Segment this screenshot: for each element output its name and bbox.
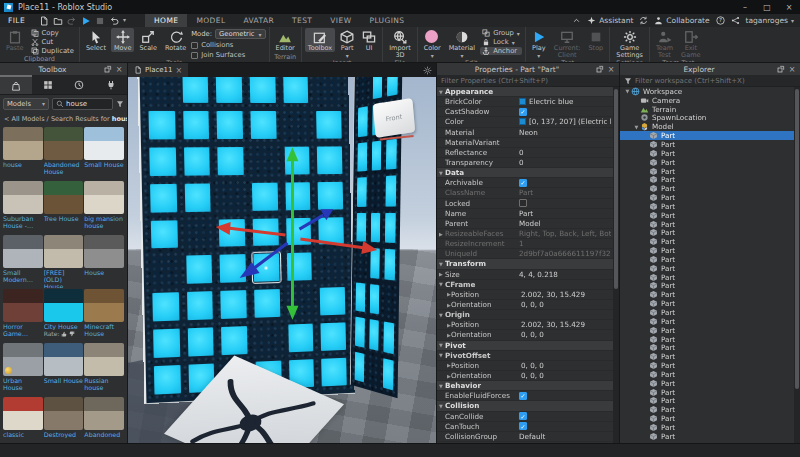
select-tool-button[interactable]: Select [83,28,109,52]
minimize-button[interactable]: – [734,0,756,14]
explorer-item-part[interactable]: Part [620,335,800,344]
sync-icon[interactable] [639,16,648,25]
property-checkbox[interactable]: ✓ [519,392,527,400]
move-tool-button[interactable]: Move [111,28,134,52]
property-row[interactable]: Color[0, 137, 207] (Electric blue) [437,117,619,127]
property-checkbox[interactable]: ✓ [519,412,527,420]
toolbox-float-icon[interactable] [104,65,112,73]
properties-filter[interactable] [437,75,619,87]
explorer-item-part[interactable]: Part [620,326,800,335]
explorer-item-part[interactable]: Part [620,175,800,184]
property-value[interactable]: ✓ [519,422,611,430]
property-value[interactable]: 0 [519,148,611,157]
filter-funnel-icon[interactable] [116,100,124,108]
toolbox-item[interactable]: big mansion house [84,181,124,234]
toolbox-item-rating[interactable]: Rate: [44,330,84,337]
property-row[interactable]: ▶Orientation0, 0, 0 [437,330,619,340]
property-checkbox[interactable]: ✓ [519,108,527,116]
property-row[interactable]: ClassNamePart [437,188,619,198]
explorer-item-part[interactable]: Part [620,290,800,299]
explorer-item-part[interactable]: Part [620,246,800,255]
cut-button[interactable]: Cut [29,38,76,46]
explorer-item-part[interactable]: Part [620,317,800,326]
property-value[interactable]: 0 [519,158,611,167]
explorer-item-camera[interactable]: Camera [620,96,800,105]
property-row[interactable]: ▶ResizeableFacesRight, Top, Back, Left, … [437,229,619,239]
property-row[interactable]: ParentModel [437,219,619,229]
toolbox-item[interactable]: house [3,127,43,180]
thumbs-up-icon[interactable] [61,331,67,337]
property-value[interactable]: Part [519,188,611,197]
property-checkbox[interactable]: ✓ [519,422,527,430]
paste-button[interactable]: Paste [3,28,27,52]
property-value[interactable]: 0, 0, 0 [521,330,611,339]
toolbox-item[interactable]: Minecraft House [84,289,124,342]
property-value[interactable]: 2.002, 30, 15.429 [521,320,611,329]
explorer-item-part[interactable]: Part [620,370,800,379]
place-tab-close-icon[interactable]: × [176,66,183,75]
property-checkbox[interactable]: ✓ [519,179,527,187]
thumbs-down-icon[interactable] [69,331,75,337]
explorer-item-part[interactable]: Part [620,361,800,370]
menu-tab-plugins[interactable]: PLUGINS [360,14,413,27]
property-value[interactable]: 4, 4, 0.218 [519,270,611,279]
explorer-item-part[interactable]: Part [620,388,800,397]
property-value[interactable]: ✓ [519,412,611,420]
property-row[interactable]: ResizeIncrement1 [437,239,619,249]
assistant-button[interactable]: Assistant [587,16,633,25]
help-icon[interactable]: ? [716,16,725,25]
copy-button[interactable]: Copy [29,29,76,37]
color-button[interactable]: Color ▾ [421,28,444,59]
explorer-item-part[interactable]: Part [620,405,800,414]
new-doc-icon[interactable] [39,16,49,26]
stop-button[interactable]: Stop [585,28,606,52]
property-row[interactable]: ▶Size4, 4, 0.218 [437,270,619,280]
property-section-header[interactable]: ▼Data [437,168,619,178]
viewport-canvas[interactable]: Front [128,77,436,443]
property-section-header[interactable]: ▼Collision [437,401,619,411]
property-value[interactable]: Model [519,219,611,228]
explorer-item-part[interactable]: Part [620,229,800,238]
explorer-item-part[interactable]: Part [620,397,800,406]
explorer-item-part[interactable]: Part [620,273,800,282]
explorer-item-part[interactable]: Part [620,282,800,291]
viewport-settings-icon[interactable] [423,66,432,75]
toolbox-item[interactable]: Abandoned [84,397,124,443]
property-value[interactable]: Default [519,432,611,441]
menu-tab-avatar[interactable]: AVATAR [234,14,283,27]
property-value[interactable]: 0, 0, 0 [521,371,611,380]
explorer-item-part[interactable]: Part [620,149,800,158]
property-value[interactable] [519,199,611,207]
explorer-scrollbar[interactable] [794,87,800,443]
property-value[interactable]: Electric blue [519,97,611,106]
property-value[interactable]: Neon [519,128,611,137]
menu-tab-home[interactable]: HOME [145,14,187,27]
explorer-item-part[interactable]: Part [620,140,800,149]
place-tab[interactable]: Place11 × [128,63,188,77]
explorer-item-part[interactable]: Part [620,131,800,140]
explorer-item-part[interactable]: Part [620,255,800,264]
material-button[interactable]: Material ▾ [446,28,478,59]
duplicate-button[interactable]: Duplicate [29,47,76,55]
property-row[interactable]: BrickColorElectric blue [437,97,619,107]
explorer-item-part[interactable]: Part [620,193,800,202]
explorer-item-model[interactable]: ▼Model [620,122,800,131]
ui-button[interactable]: UI [359,28,379,52]
play-button[interactable]: Play ▾ [529,28,549,59]
property-row[interactable]: ▼Origin [437,310,619,320]
anchor-button[interactable]: Anchor [480,47,522,55]
toolbox-item[interactable]: Tree House [44,181,84,234]
explorer-item-part[interactable]: Part [620,237,800,246]
import-3d-button[interactable]: Import 3D [386,28,414,59]
property-value[interactable]: ✓ [519,179,611,187]
toolbox-item[interactable]: Urban House [3,343,43,396]
property-section-header[interactable]: ▼Transform [437,259,619,269]
part-button[interactable]: Part ▾ [337,28,357,59]
properties-float-icon[interactable] [596,65,604,73]
property-section-header[interactable]: ▼Behavior [437,381,619,391]
property-row[interactable]: ▼PivotOffset [437,351,619,361]
explorer-item-part[interactable]: Part [620,432,800,441]
property-row[interactable]: ▶Position2.002, 30, 15.429 [437,290,619,300]
undo-icon[interactable] [109,16,119,26]
explorer-item-terrain[interactable]: Terrain [620,105,800,114]
